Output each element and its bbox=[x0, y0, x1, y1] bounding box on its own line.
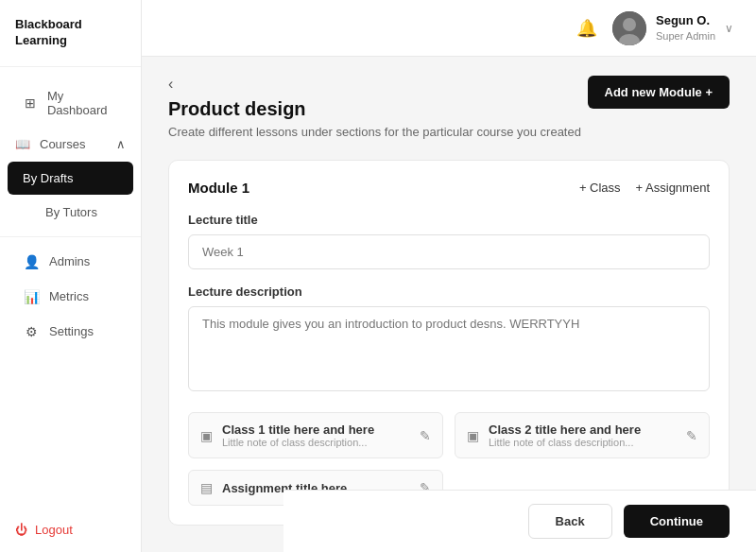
page-header: ‹ Product design Create different lesson… bbox=[168, 76, 730, 141]
sidebar-item-admins[interactable]: 👤 Admins bbox=[8, 245, 133, 279]
sidebar-item-courses[interactable]: 📖 Courses ∧ bbox=[0, 128, 141, 161]
module-title: Module 1 bbox=[188, 180, 249, 196]
avatar-image bbox=[612, 11, 646, 45]
chevron-up-icon: ∧ bbox=[116, 137, 126, 151]
class-desc: Little note of class description... bbox=[489, 437, 641, 448]
page-title: Product design bbox=[168, 98, 581, 120]
user-role: Super Admin bbox=[656, 29, 715, 43]
logout-icon: ⏻ bbox=[15, 523, 27, 537]
sidebar-item-by-drafts[interactable]: By Drafts bbox=[8, 162, 133, 195]
sidebar-item-label: My Dashboard bbox=[47, 89, 118, 117]
header: 🔔 Segun O. Super Admin ∨ bbox=[142, 0, 756, 57]
sidebar-item-by-tutors[interactable]: By Tutors bbox=[8, 196, 133, 229]
metrics-icon: 📊 bbox=[23, 289, 40, 304]
module-header: Module 1 + Class + Assignment bbox=[188, 180, 710, 196]
courses-icon: 📖 bbox=[15, 137, 30, 151]
sidebar-courses-label: Courses bbox=[40, 137, 85, 151]
sidebar-item-label: Admins bbox=[49, 254, 90, 268]
class-title: Class 1 title here and here bbox=[222, 423, 374, 437]
page-subtitle: Create different lessons under sections … bbox=[168, 124, 581, 141]
sidebar-item-settings[interactable]: ⚙ Settings bbox=[8, 315, 133, 349]
class-info: Class 1 title here and here Little note … bbox=[222, 423, 374, 448]
sidebar-item-label: Metrics bbox=[49, 289, 89, 303]
bottom-bar: Back Continue bbox=[284, 490, 756, 552]
add-module-button[interactable]: Add new Module + bbox=[588, 76, 730, 109]
class-item-left: ▣ Class 2 title here and here Little not… bbox=[467, 423, 641, 448]
lecture-desc-label: Lecture description bbox=[188, 285, 710, 299]
notification-bell[interactable]: 🔔 bbox=[576, 18, 597, 39]
back-button[interactable]: Back bbox=[528, 504, 612, 539]
sidebar-item-metrics[interactable]: 📊 Metrics bbox=[8, 280, 133, 314]
logout-label: Logout bbox=[35, 523, 73, 537]
settings-icon: ⚙ bbox=[23, 324, 40, 339]
class-item-2: ▣ Class 2 title here and here Little not… bbox=[455, 412, 710, 458]
continue-button[interactable]: Continue bbox=[624, 505, 730, 538]
sidebar-item-label: By Drafts bbox=[23, 171, 73, 185]
avatar bbox=[612, 11, 646, 45]
user-menu[interactable]: Segun O. Super Admin ∨ bbox=[612, 11, 733, 45]
sidebar-nav: ⊞ My Dashboard 📖 Courses ∧ By Drafts By … bbox=[0, 67, 141, 508]
module-card: Module 1 + Class + Assignment Lecture ti… bbox=[168, 160, 730, 526]
class-info: Class 2 title here and here Little note … bbox=[489, 423, 641, 448]
class-edit-icon[interactable]: ✎ bbox=[420, 428, 431, 443]
class-icon: ▣ bbox=[467, 428, 479, 443]
lecture-desc-input[interactable] bbox=[188, 306, 710, 391]
classes-grid: ▣ Class 1 title here and here Little not… bbox=[188, 412, 710, 458]
sidebar-item-label: Settings bbox=[49, 324, 94, 338]
sidebar-item-dashboard[interactable]: ⊞ My Dashboard bbox=[8, 79, 133, 127]
sidebar: Blackboard Learning ⊞ My Dashboard 📖 Cou… bbox=[0, 0, 142, 552]
page-header-left: ‹ Product design Create different lesson… bbox=[168, 76, 581, 141]
back-button[interactable]: ‹ bbox=[168, 76, 173, 93]
assignment-icon: ▤ bbox=[200, 480, 213, 495]
admins-icon: 👤 bbox=[23, 254, 40, 269]
class-item-left: ▣ Class 1 title here and here Little not… bbox=[200, 423, 374, 448]
user-info: Segun O. Super Admin bbox=[656, 13, 715, 43]
user-chevron-icon: ∨ bbox=[725, 22, 733, 35]
page-content: ‹ Product design Create different lesson… bbox=[142, 57, 756, 552]
main-content: 🔔 Segun O. Super Admin ∨ ‹ Product desig… bbox=[142, 0, 756, 552]
add-class-button[interactable]: + Class bbox=[579, 181, 621, 195]
svg-point-1 bbox=[623, 18, 636, 31]
dashboard-icon: ⊞ bbox=[23, 95, 38, 111]
logout-button[interactable]: ⏻ Logout bbox=[0, 508, 141, 552]
user-name: Segun O. bbox=[656, 13, 715, 29]
class-title: Class 2 title here and here bbox=[489, 423, 641, 437]
app-logo: Blackboard Learning bbox=[0, 0, 141, 67]
class-desc: Little note of class description... bbox=[222, 437, 374, 448]
sidebar-divider bbox=[0, 236, 141, 237]
add-assignment-button[interactable]: + Assignment bbox=[636, 181, 710, 195]
class-icon: ▣ bbox=[200, 428, 213, 443]
class-item-1: ▣ Class 1 title here and here Little not… bbox=[188, 412, 443, 458]
lecture-title-label: Lecture title bbox=[188, 213, 710, 227]
module-actions: + Class + Assignment bbox=[579, 181, 710, 195]
sidebar-item-label: By Tutors bbox=[45, 205, 97, 219]
lecture-title-input[interactable] bbox=[188, 234, 710, 269]
class-edit-icon[interactable]: ✎ bbox=[686, 428, 697, 443]
